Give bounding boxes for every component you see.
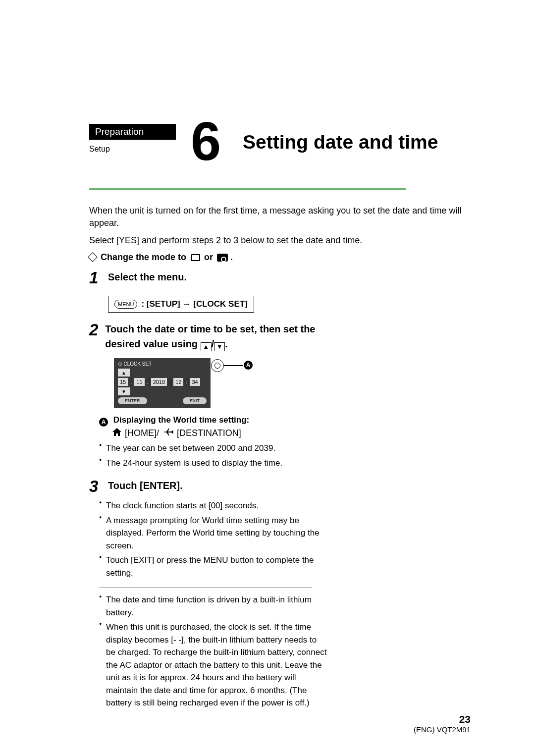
note-item: The 24-hour system is used to display th… — [99, 457, 327, 470]
mode-suffix: . — [230, 252, 233, 262]
intro-paragraph-1: When the unit is turned on for the first… — [89, 205, 471, 229]
note-item: The clock function starts at [00] second… — [99, 499, 327, 512]
step-text: Touch [ENTER]. — [108, 478, 183, 494]
category-bar: Preparation — [89, 124, 176, 140]
page-title: Setting date and time — [243, 131, 438, 153]
divider-accent — [89, 188, 406, 190]
world-time-text: Displaying the World time setting: — [113, 415, 250, 425]
sep: . — [129, 378, 133, 386]
note-item: The year can be set between 2000 and 203… — [99, 442, 327, 455]
document-id: (ENG) VQT2M91 — [89, 725, 471, 734]
clock-title: CLOCK SET — [118, 361, 207, 367]
hour-cell: 12 — [173, 378, 183, 386]
min-cell: 34 — [190, 378, 200, 386]
step-3: 3 Touch [ENTER]. — [89, 478, 327, 494]
note-item: Touch [EXIT] or press the MENU button to… — [99, 554, 327, 579]
mode-or: or — [204, 252, 213, 263]
world-time-heading: A Displaying the World time setting: — [99, 415, 327, 427]
note-item: A message prompting for World time setti… — [99, 514, 327, 552]
menu-path-box: MENU : [SETUP] → [CLOCK SET] — [108, 296, 254, 313]
page-content: Preparation Setup 6 Setting date and tim… — [89, 124, 471, 711]
intro-paragraph-2: Select [YES] and perform steps 2 to 3 be… — [89, 234, 471, 247]
up-arrow-icon: ▲ — [201, 342, 212, 351]
step-number: 1 — [89, 270, 101, 286]
note-item: The date and time function is driven by … — [99, 594, 327, 619]
down-button: ▼ — [118, 387, 130, 395]
enter-button: ENTER — [118, 397, 147, 404]
callout-a: A — [244, 361, 253, 370]
notes-a: The year can be set between 2000 and 203… — [99, 442, 327, 469]
day-cell: 15 — [118, 378, 128, 386]
subcategory-label: Setup — [89, 145, 110, 154]
notes-b: The clock function starts at [00] second… — [99, 499, 327, 579]
step-text: Select the menu. — [108, 270, 187, 286]
photo-mode-icon — [217, 254, 228, 262]
clock-screen: CLOCK SET ▲ 15 . 11 . 2010 12 : 34 ▼ ENT… — [114, 358, 211, 408]
up-button: ▲ — [118, 369, 130, 377]
step-number: 2 — [89, 322, 98, 351]
mode-prefix: Change the mode to — [101, 252, 186, 262]
callout-line — [224, 365, 243, 366]
lens-icon — [211, 359, 224, 372]
menu-button-label: MENU — [114, 300, 137, 309]
mode-instruction: Change the mode to or . — [89, 252, 471, 263]
sep: . — [146, 378, 150, 386]
month-cell: 11 — [134, 378, 144, 386]
gap — [168, 378, 172, 386]
page-number: 23 — [89, 713, 471, 725]
movie-mode-icon — [191, 254, 200, 261]
step-1: 1 Select the menu. — [89, 270, 327, 286]
down-arrow-icon: ▼ — [214, 342, 225, 351]
diamond-icon — [88, 252, 98, 262]
header: Preparation Setup 6 Setting date and tim… — [89, 124, 471, 188]
plane-icon — [162, 428, 174, 438]
step-number: 3 — [89, 478, 101, 494]
world-time-options: [HOME]/ [DESTINATION] — [112, 428, 327, 439]
notes-c: The date and time function is driven by … — [99, 594, 327, 709]
home-label: [HOME]/ — [125, 428, 159, 438]
label-a-icon: A — [99, 418, 108, 427]
section-number: 6 — [191, 114, 221, 168]
menu-path-text: : [SETUP] → [CLOCK SET] — [141, 299, 247, 309]
footer: 23 (ENG) VQT2M91 — [89, 713, 471, 734]
step-text: Touch the date or time to be set, then s… — [105, 322, 327, 351]
destination-label: [DESTINATION] — [177, 428, 241, 438]
home-icon — [112, 428, 122, 439]
sep: : — [184, 378, 189, 386]
step-2: 2 Touch the date or time to be set, then… — [89, 322, 327, 351]
exit-button: EXIT — [183, 397, 207, 404]
clock-set-figure: CLOCK SET ▲ 15 . 11 . 2010 12 : 34 ▼ ENT… — [114, 358, 248, 408]
note-item: When this unit is purchased, the clock i… — [99, 621, 327, 709]
step-2-suffix: . — [225, 338, 228, 349]
divider — [99, 587, 312, 588]
year-cell: 2010 — [151, 378, 167, 386]
